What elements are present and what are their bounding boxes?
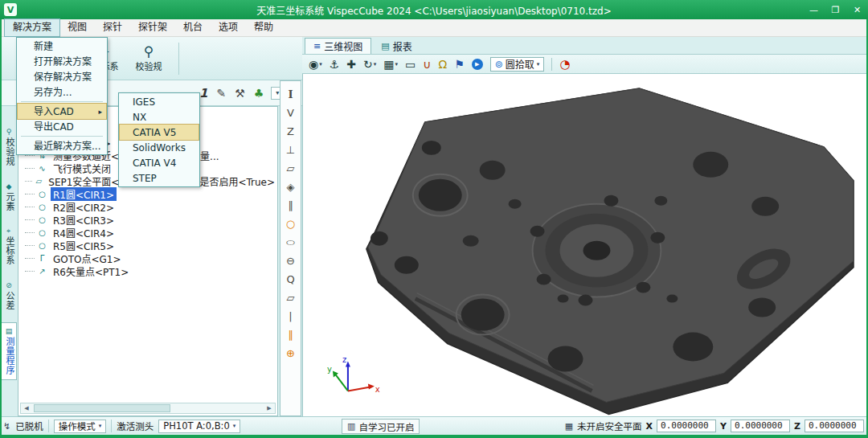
active-probe-value: PH10T A:0,B:0 <box>163 420 230 432</box>
menu-item-open-solution[interactable]: 打开解决方案 <box>18 54 106 69</box>
light-button[interactable]: Ω <box>439 58 448 71</box>
menu-item-import-cad[interactable]: 导入CAD ▸ <box>18 104 106 119</box>
double-line-icon[interactable]: ∥ <box>288 330 293 341</box>
pencil-icon[interactable]: ✎ <box>216 87 226 100</box>
tree-guide <box>25 207 35 207</box>
side-tab-tolerance[interactable]: ⊘公差 <box>1 277 17 314</box>
chevron-down-icon: ▾ <box>537 61 540 68</box>
menu-item-recent-solutions[interactable]: 最近解决方案... <box>18 138 106 154</box>
scroll-thumb[interactable] <box>34 404 170 412</box>
side-tab-measure-program[interactable]: ▤测量程序 <box>1 322 17 380</box>
parallelogram-icon[interactable]: ▱ <box>287 293 295 304</box>
v-direction-icon[interactable]: V <box>287 108 294 119</box>
rotate-button[interactable]: ↻▾ <box>363 58 376 71</box>
submenu-item-label: CATIA V5 <box>133 125 199 140</box>
active-probe-combo[interactable]: PH10T A:0,B:0 ▾ <box>158 420 240 433</box>
probe-button[interactable]: ⚓ <box>330 58 340 71</box>
gauge-check-button[interactable]: ⚲ 校验规 <box>130 44 167 72</box>
statusbar-divider <box>111 420 112 432</box>
z-direction-icon[interactable]: Z <box>287 126 294 137</box>
tree-item-circle-r1[interactable]: ○R1圆<CIR1> <box>25 187 277 200</box>
operation-mode-combo[interactable]: 操作模式 ▾ <box>54 420 107 433</box>
window-border-left <box>0 19 2 438</box>
toolbar-separator <box>178 43 179 75</box>
tree-item-label: R5圆<CIR5> <box>51 239 117 252</box>
menu-help[interactable]: 帮助 <box>246 19 281 36</box>
fly-mode-icon: ∿ <box>36 164 48 173</box>
tab-report[interactable]: ▤ 报表 <box>373 38 420 54</box>
submenu-item-step[interactable]: STEP <box>120 170 199 186</box>
width-icon[interactable]: I <box>288 89 293 100</box>
line-icon[interactable]: | <box>289 311 292 322</box>
slot-icon[interactable]: ⊖ <box>286 256 295 267</box>
submenu-item-solidworks[interactable]: SolidWorks <box>120 140 199 155</box>
tree-item-circle-r3[interactable]: ○R3圆<CIR3> <box>25 213 277 226</box>
submenu-item-catia-v5[interactable]: CATIA V5 <box>120 125 199 140</box>
menu-item-new[interactable]: 新建 <box>18 39 106 54</box>
perpendicular-icon[interactable]: ⊥ <box>286 145 295 156</box>
tree-item-circle-r2[interactable]: ○R2圆<CIR2> <box>25 200 277 213</box>
scroll-right-icon[interactable]: ▶ <box>264 405 275 411</box>
tree-item-goto[interactable]: ΓGOTO点<G1> <box>25 252 277 264</box>
side-tab-elements[interactable]: ◆元素 <box>1 178 17 215</box>
statusbar-divider <box>48 420 49 432</box>
menu-machine[interactable]: 机台 <box>175 19 211 36</box>
close-button[interactable]: ✕ <box>846 0 868 19</box>
circle-cross-icon[interactable]: ⊕ <box>286 348 295 359</box>
view-cube-button[interactable]: ▦▾ <box>383 58 398 71</box>
menu-view[interactable]: 视图 <box>59 19 95 36</box>
ellipse-icon[interactable]: ○ <box>286 239 295 246</box>
toolbar-separator <box>551 58 552 71</box>
scroll-left-icon[interactable]: ◀ <box>21 405 32 411</box>
submenu-arrow-icon: ▸ <box>98 104 102 119</box>
pan-button[interactable]: ✚ <box>346 58 356 71</box>
self-learn-button[interactable]: ▥ 自学习已开启 <box>342 419 420 434</box>
position-icon[interactable]: ◈ <box>287 182 295 193</box>
parallel-icon[interactable]: ∥ <box>288 200 293 211</box>
minimize-button[interactable]: — <box>803 0 825 19</box>
menu-solution[interactable]: 解决方案 <box>5 19 59 36</box>
side-tab-coordinate[interactable]: ⌖坐标系 <box>1 223 17 269</box>
menu-probe[interactable]: 探针 <box>95 19 130 36</box>
tab-3d-view[interactable]: ≡ 三维视图 <box>305 38 371 54</box>
menu-probe-rack[interactable]: 探针架 <box>130 19 175 36</box>
pick-mode-combo[interactable]: ⊚ 圆拾取 ▾ <box>490 57 545 72</box>
box-select-button[interactable]: ▭ <box>405 58 416 71</box>
z-axis-label: z <box>342 355 346 364</box>
submenu-item-nx[interactable]: NX <box>120 109 199 125</box>
menu-item-save-as[interactable]: 另存为... <box>18 84 106 100</box>
tree-item-circle-r5[interactable]: ○R5圆<CIR5> <box>25 239 277 252</box>
menu-separator <box>21 136 103 137</box>
solution-menu: 新建 打开解决方案 保存解决方案 另存为... 导入CAD ▸ 导出CAD 最近… <box>16 37 108 155</box>
tree-item-vector-point[interactable]: ↗R6矢量点<PT1> <box>25 264 277 277</box>
light-icon: Ω <box>439 58 448 71</box>
submenu-item-label: CATIA V4 <box>133 156 199 170</box>
menu-item-save-solution[interactable]: 保存解决方案 <box>18 69 106 84</box>
circle-icon[interactable]: ○ <box>286 219 295 230</box>
tree-horizontal-scrollbar[interactable]: ◀ ▶ <box>20 403 276 414</box>
statusbar-right: ▦ 未开启安全平面 X 0.0000000 Y 0.0000000 Z 0.00… <box>565 417 864 435</box>
submenu-item-catia-v4[interactable]: CATIA V4 <box>120 155 199 170</box>
x-axis-label: x <box>375 385 380 394</box>
tree-item-circle-r4[interactable]: ○R4圆<CIR4> <box>25 226 277 239</box>
cad-model[interactable]: z y x <box>303 74 868 415</box>
keyway-icon[interactable]: Q <box>286 274 294 285</box>
flag-button[interactable]: ⚑ <box>454 58 465 71</box>
maximize-button[interactable]: ❐ <box>825 0 846 19</box>
tree-icon[interactable]: ♣ <box>254 87 264 100</box>
magnet-button[interactable]: ∪ <box>423 58 431 71</box>
viewport-3d[interactable]: z y x <box>302 74 868 416</box>
menu-options[interactable]: 选项 <box>211 19 246 36</box>
visibility-button[interactable]: ◉▾ <box>309 58 322 71</box>
menu-item-export-cad[interactable]: 导出CAD <box>18 119 106 134</box>
scroll-track[interactable] <box>32 403 264 413</box>
hammer-icon[interactable]: ⚒ <box>235 87 245 100</box>
plane-icon[interactable]: ▱ <box>287 163 295 174</box>
side-tab-gauge-check[interactable]: ⚲校验规 <box>1 124 17 170</box>
y-coordinate-value: 0.0000000 <box>731 420 790 432</box>
submenu-item-iges[interactable]: IGES <box>120 94 199 109</box>
compass-icon[interactable]: ◔ <box>559 57 570 72</box>
play-button[interactable]: ▶ <box>472 59 483 70</box>
menu-item-label: 另存为... <box>34 85 106 100</box>
submenu-item-label: SolidWorks <box>133 141 199 155</box>
